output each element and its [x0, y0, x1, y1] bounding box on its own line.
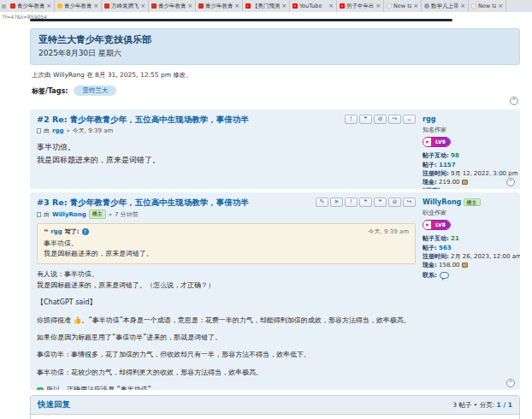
delete-button[interactable]: ⊘ [374, 115, 387, 124]
youtube-favicon [293, 3, 298, 9]
close-tab-icon[interactable]: × [234, 3, 239, 9]
stat-value: 2月 26, 2023, 12:00 am [451, 253, 520, 260]
close-tab-icon[interactable]: × [375, 3, 381, 9]
stat-label: 帖子: [423, 245, 437, 251]
author-link-rgg[interactable]: rgg [52, 127, 63, 134]
paragraph: 如果你是因为标题里用了“事倍功半”进来的，那就是词错了。 [37, 333, 416, 343]
ban-button[interactable]: ⊘ [388, 198, 401, 207]
paragraph: 事倍功半：事情很多，花了加倍的力气，但收效却只有一半，形容方法不得当，效率低下。 [37, 350, 416, 360]
browser-tab-11[interactable]: New tab × [469, 0, 506, 12]
browser-tab-4[interactable]: 青少年教青少年, 五 × [149, 0, 196, 12]
paragraph: 事半功倍：花较少的力气，却得到更大的收效，形容方法得当，效率极高。 [37, 368, 416, 378]
quote-alt-button[interactable]: ❝ [374, 198, 387, 207]
delete-button[interactable]: ✕ [330, 198, 343, 207]
author-link-willyrong[interactable]: WillyRong [52, 211, 86, 218]
post-3-title[interactable]: #3 Re: 青少年教青少年，五位高中生现场教学，事倍功半 [37, 198, 249, 207]
close-tab-icon[interactable]: × [93, 3, 98, 9]
quote-button[interactable]: ❝ [359, 198, 372, 207]
quote-button[interactable]: ❝ [359, 115, 372, 124]
stat-label: 现金: [423, 179, 437, 186]
browser-tab-2[interactable]: 青少年教青少年, 五 × [55, 0, 102, 12]
stat-value[interactable]: 1157 [439, 162, 455, 168]
quoted-author-link[interactable]: rgg [50, 228, 62, 235]
edit-button[interactable]: ✎ [316, 198, 328, 207]
favicon [198, 3, 204, 9]
stat-value: 158.00 [439, 262, 460, 269]
post-2-main: #2 Re: 青少年教青少年，五位高中生现场教学，事倍功半 ! ❝ ⊘ ↪ ⌄ … [37, 115, 416, 186]
browser-tab-5[interactable]: 青少年教青少年, 五 × [196, 0, 243, 12]
close-tab-icon[interactable]: × [140, 3, 145, 9]
tags-row: 标签/Tags: 亚特兰大 [30, 86, 520, 96]
close-tab-icon[interactable]: × [187, 3, 192, 9]
board-date: 2025年8月30日 星期六 [38, 48, 511, 59]
post-3-user-panel: WillyRong 楼主 职业作家 ★ LV8 帖子互动: 21 帖子: 563… [423, 198, 513, 387]
tag-atlanta[interactable]: 亚特兰大 [74, 86, 116, 96]
close-tab-icon[interactable]: × [413, 3, 418, 9]
browser-menu-icon[interactable] [0, 0, 8, 12]
share-button[interactable]: ↪ [388, 115, 401, 124]
gear-favicon [424, 3, 429, 9]
report-button[interactable]: ! [345, 198, 358, 207]
thread-starter-badge: 楼主 [89, 210, 106, 219]
browser-tab-9[interactable]: New tab × [384, 0, 422, 12]
browser-tab-7[interactable]: YouTube × [290, 0, 337, 12]
jump-to-quoted-post-icon[interactable]: ↑ [82, 228, 89, 235]
browser-tab-6[interactable]: 【奥门预测】2 × [243, 0, 290, 12]
post-2: #2 Re: 青少年教青少年，五位高中生现场教学，事倍功半 ! ❝ ⊘ ↪ ⌄ … [30, 109, 520, 189]
board-title: 亚特兰大青少年竞技俱乐部 [38, 33, 511, 46]
browser-tab-1[interactable]: 青少年教青少年, 五 × [8, 0, 55, 12]
blank-favicon [387, 3, 392, 9]
tags-label: 标签/Tags: [32, 86, 68, 96]
quote-box: ❝ rgg 写了: ↑ 今天, 9:39 am 事半功倍。 我是因标题进来的，原… [37, 223, 416, 264]
more-button[interactable]: ⌄ [403, 115, 416, 124]
star-icon: ★ [423, 139, 431, 146]
post-2-content: 事半功倍。 我是因标题进来的，原来是词错了。 [37, 141, 416, 166]
close-tab-icon[interactable]: × [460, 3, 465, 9]
post-2-title[interactable]: #2 Re: 青少年教青少年，五位高中生现场教学，事倍功半 [37, 115, 249, 124]
level-badge: ★ LV9 [423, 137, 451, 148]
browser-tab-10[interactable]: 数学儿上带的资源 × [422, 0, 469, 12]
stat-value[interactable]: 563 [439, 245, 452, 251]
quote-line: 我是因标题进来的，原来是词错了。 [44, 249, 409, 259]
private-message-icon[interactable] [440, 272, 449, 279]
forum-page: 亚特兰大青少年竞技俱乐部 2025年8月30日 星期六 上次由 WillyRon… [30, 28, 520, 419]
scroll-top-button[interactable]: ⌃ [510, 97, 518, 105]
quick-reply-title[interactable]: 快速回复 [38, 399, 70, 410]
blank-favicon [471, 3, 476, 9]
scroll-top-button[interactable]: ⌃ [506, 379, 515, 387]
close-tab-icon[interactable]: × [46, 3, 51, 9]
browser-tab-8[interactable]: 男子中年出的见多 × [337, 0, 384, 12]
stat-label: 注册时间: [423, 253, 449, 260]
byline-prefix: 由 [44, 127, 50, 135]
post-time: 7 分钟前 [115, 210, 139, 219]
stat-label: 帖子互动: [423, 152, 449, 159]
user-rank: 职业作家 [423, 209, 513, 217]
username-link[interactable]: WillyRong [423, 198, 461, 206]
contact-label: 联系: [423, 271, 437, 280]
paragraph: 有人说：事半功倍。 [37, 269, 416, 280]
post-3-content: 有人说：事半功倍。 我是因标题进来的，原来是词错了。（怎么说，才正确？） 【Ch… [37, 269, 416, 390]
donate-link[interactable]: [捐赠] [423, 187, 440, 189]
post-line: 我是因标题进来的，原来是词错了。 [37, 154, 416, 166]
tab-title: YouTube [299, 3, 327, 9]
tab-title: New tab [478, 3, 496, 9]
report-button[interactable]: ! [345, 115, 358, 124]
section-top-row: ⌃ [32, 97, 518, 106]
post-icon [37, 212, 41, 217]
close-tab-icon[interactable]: × [328, 3, 334, 9]
favicon [57, 3, 62, 9]
username-link[interactable]: rgg [423, 115, 513, 125]
tab-title: 青少年教青少年, 五 [158, 3, 186, 10]
browser-tab-3[interactable]: 万峰袁腾飞图正 01 × [102, 0, 149, 12]
user-stats: 帖子互动: 98 帖子: 1157 注册时间: 9月 12, 2022, 3:0… [423, 151, 513, 189]
scroll-top-button[interactable]: ⌃ [506, 178, 515, 186]
youtube-favicon [245, 3, 251, 9]
close-tab-icon[interactable]: × [498, 3, 503, 9]
page-numbers[interactable]: 1 / 1 [497, 401, 512, 409]
close-tab-icon[interactable]: × [281, 3, 287, 9]
forum-favicon [10, 3, 15, 9]
byline-separator: » [66, 127, 69, 134]
share-button[interactable]: ↪ [403, 198, 416, 207]
post-2-user-panel: rgg 知名作家 ★ LV9 帖子互动: 98 帖子: 1157 注册时间: 9… [423, 115, 513, 186]
quick-reply-body: 标题: [31, 415, 519, 419]
